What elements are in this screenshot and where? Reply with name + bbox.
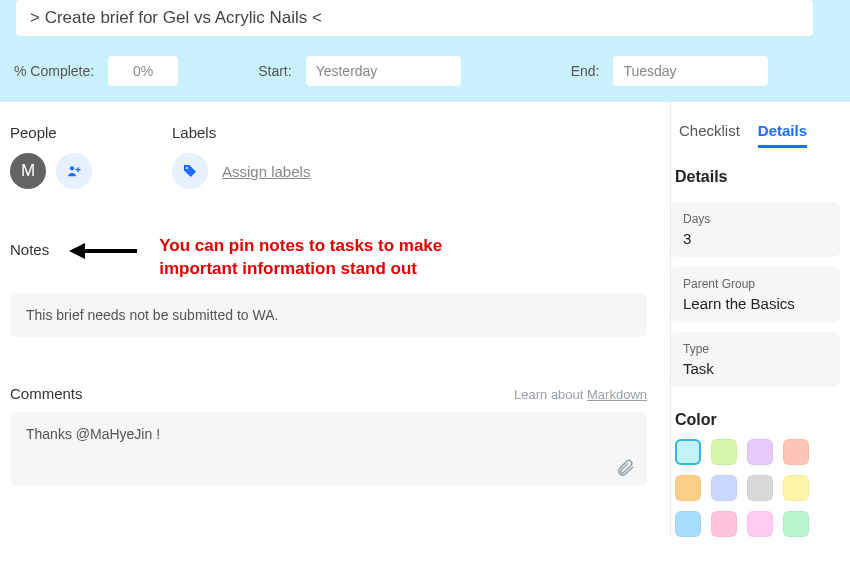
comments-section: Comments Learn about Markdown Thanks @Ma… — [10, 385, 660, 486]
people-heading: People — [10, 124, 92, 141]
labels-heading: Labels — [172, 124, 310, 141]
start-date-label: Start: — [258, 63, 291, 79]
color-grid — [671, 439, 840, 537]
color-swatch[interactable] — [783, 511, 809, 537]
detail-card-parent[interactable]: Parent Group Learn the Basics — [671, 267, 840, 322]
labels-section: Labels Assign labels — [172, 124, 310, 189]
pct-complete-input[interactable] — [108, 56, 178, 86]
detail-value: Learn the Basics — [683, 295, 828, 312]
markdown-link[interactable]: Markdown — [587, 387, 647, 402]
start-date-input[interactable] — [306, 56, 461, 86]
avatar[interactable]: M — [10, 153, 46, 189]
add-person-button[interactable] — [56, 153, 92, 189]
detail-label: Days — [683, 212, 828, 226]
markdown-hint: Learn about Markdown — [514, 387, 647, 402]
color-swatch[interactable] — [783, 475, 809, 501]
svg-point-1 — [186, 167, 188, 169]
color-swatch[interactable] — [747, 439, 773, 465]
color-swatch[interactable] — [711, 475, 737, 501]
paperclip-icon — [615, 458, 635, 478]
annotation-text: You can pin notes to tasks to make impor… — [159, 235, 519, 281]
detail-card-type[interactable]: Type Task — [671, 332, 840, 387]
task-title[interactable]: > Create brief for Gel vs Acrylic Nails … — [16, 0, 813, 36]
comments-heading: Comments — [10, 385, 83, 402]
detail-value: 3 — [683, 230, 828, 247]
svg-marker-3 — [69, 243, 85, 259]
comment-input[interactable]: Thanks @MaHyeJin ! — [10, 412, 647, 486]
details-heading: Details — [671, 158, 840, 196]
pct-complete-label: % Complete: — [14, 63, 94, 79]
people-section: People M — [10, 124, 92, 189]
color-swatch[interactable] — [747, 511, 773, 537]
task-meta-row: % Complete: Start: End: — [10, 56, 840, 86]
svg-point-0 — [70, 166, 74, 170]
pinned-note[interactable]: This brief needs not be submitted to WA. — [10, 293, 647, 337]
tag-icon-button[interactable] — [172, 153, 208, 189]
color-swatch[interactable] — [711, 511, 737, 537]
task-header: > Create brief for Gel vs Acrylic Nails … — [0, 0, 850, 102]
assign-labels-link[interactable]: Assign labels — [222, 163, 310, 180]
markdown-prefix: Learn about — [514, 387, 587, 402]
color-swatch[interactable] — [675, 475, 701, 501]
arrow-left-icon — [69, 239, 139, 263]
end-date-label: End: — [571, 63, 600, 79]
detail-label: Type — [683, 342, 828, 356]
annotation-arrow — [69, 235, 139, 263]
color-swatch[interactable] — [747, 475, 773, 501]
notes-heading: Notes — [10, 235, 49, 258]
color-swatch[interactable] — [711, 439, 737, 465]
detail-card-days[interactable]: Days 3 — [671, 202, 840, 257]
color-swatch[interactable] — [675, 511, 701, 537]
detail-value: Task — [683, 360, 828, 377]
color-heading: Color — [671, 397, 840, 439]
person-plus-icon — [66, 163, 82, 179]
tag-icon — [182, 163, 198, 179]
details-sidebar: Checklist Details Details Days 3 Parent … — [670, 102, 850, 537]
color-swatch[interactable] — [675, 439, 701, 465]
comment-input-text: Thanks @MaHyeJin ! — [26, 426, 631, 442]
color-swatch[interactable] — [783, 439, 809, 465]
attach-button[interactable] — [615, 458, 635, 478]
tab-checklist[interactable]: Checklist — [679, 122, 740, 148]
tab-details[interactable]: Details — [758, 122, 807, 148]
detail-label: Parent Group — [683, 277, 828, 291]
end-date-input[interactable] — [613, 56, 768, 86]
